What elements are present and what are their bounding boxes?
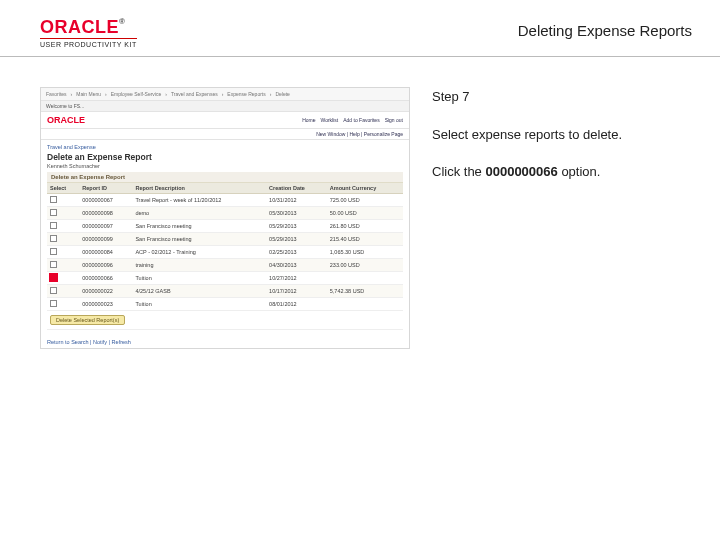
cell-desc: San Francisco meeting (132, 233, 266, 246)
cell-amt (327, 298, 403, 311)
cell-amt: 725.00 USD (327, 194, 403, 207)
bc-item: Delete (275, 91, 289, 97)
cell-report-id: 0000000097 (79, 220, 132, 233)
select-checkbox[interactable] (50, 222, 57, 229)
table-row: 0000000097San Francisco meeting05/29/201… (47, 220, 403, 233)
select-checkbox[interactable] (50, 300, 57, 307)
cell-desc: Travel Report - week of 11/20/2012 (132, 194, 266, 207)
table-row: 0000000023Tuition08/01/2012 (47, 298, 403, 311)
brand-tm: ® (119, 17, 125, 26)
col-desc: Report Description (132, 183, 266, 194)
upk-subbrand: USER PRODUCTIVITY KIT (40, 38, 137, 48)
app-logo: ORACLE (47, 115, 85, 125)
target-option: 0000000066 (485, 164, 557, 179)
window-actions: New Window | Help | Personalize Page (41, 129, 409, 140)
cell-report-id: 0000000098 (79, 207, 132, 220)
brand-text: ORACLE (40, 17, 119, 37)
select-checkbox[interactable] (50, 196, 57, 203)
cell-desc: San Francisco meeting (132, 220, 266, 233)
cell-report-id: 0000000023 (79, 298, 132, 311)
select-checkbox[interactable] (50, 261, 57, 268)
cell-report-id: 0000000067 (79, 194, 132, 207)
page-title: Delete an Expense Report (47, 152, 403, 162)
bc-item: Travel and Expenses (171, 91, 218, 97)
step-label: Step 7 (432, 87, 692, 107)
cell-amt: 50.00 USD (327, 207, 403, 220)
select-checkbox[interactable] (50, 248, 57, 255)
grid-section-header: Delete an Expense Report (47, 172, 403, 183)
browser-tab: Welcome to FS... (46, 103, 84, 109)
page-crumb[interactable]: Travel and Expense (47, 144, 403, 150)
table-row: 0000000066Tuition10/27/2012 (47, 272, 403, 285)
table-row: 0000000067Travel Report - week of 11/20/… (47, 194, 403, 207)
cell-desc: demo (132, 207, 266, 220)
table-row: 0000000099San Francisco meeting05/29/201… (47, 233, 403, 246)
instruction-line-2: Click the 0000000066 option. (432, 162, 692, 182)
cell-report-id: 0000000084 (79, 246, 132, 259)
browser-tab-row: Welcome to FS... (41, 101, 409, 112)
bc-item: Employee Self-Service (111, 91, 162, 97)
col-date: Creation Date (266, 183, 327, 194)
page-subtitle: Kenneth Schumacher (47, 163, 403, 169)
cell-date: 04/30/2013 (266, 259, 327, 272)
cell-desc: training (132, 259, 266, 272)
table-row: 0000000084ACP - 02/2012 - Training02/25/… (47, 246, 403, 259)
table-row: 0000000096training04/30/2013233.00 USD (47, 259, 403, 272)
cell-desc: ACP - 02/2012 - Training (132, 246, 266, 259)
page-footer-links[interactable]: Return to Search | Notify | Refresh (41, 336, 409, 348)
select-checkbox[interactable] (50, 287, 57, 294)
cell-amt: 233.00 USD (327, 259, 403, 272)
nav-link[interactable]: Worklist (321, 117, 339, 123)
nav-link[interactable]: Sign out (385, 117, 403, 123)
app-screenshot: Favorites› Main Menu› Employee Self-Serv… (40, 87, 410, 349)
expense-table: Select Report ID Report Description Crea… (47, 183, 403, 330)
document-title: Deleting Expense Reports (518, 18, 692, 39)
cell-desc: Tuition (132, 272, 266, 285)
cell-report-id: 0000000066 (79, 272, 132, 285)
table-row: 0000000098demo05/30/201350.00 USD (47, 207, 403, 220)
instruction-line-1: Select expense reports to delete. (432, 125, 692, 145)
bc-item: Favorites (46, 91, 67, 97)
table-row: 00000000224/25/12 GASB10/17/20125,742.38… (47, 285, 403, 298)
instruction-panel: Step 7 Select expense reports to delete.… (432, 87, 692, 349)
cell-date: 10/27/2012 (266, 272, 327, 285)
cell-date: 08/01/2012 (266, 298, 327, 311)
cell-amt: 1,065.30 USD (327, 246, 403, 259)
cell-desc: Tuition (132, 298, 266, 311)
cell-date: 05/30/2013 (266, 207, 327, 220)
select-checkbox[interactable] (50, 235, 57, 242)
col-select: Select (47, 183, 79, 194)
cell-amt (327, 272, 403, 285)
bc-item: Expense Reports (227, 91, 265, 97)
cell-date: 10/17/2012 (266, 285, 327, 298)
cell-date: 10/31/2012 (266, 194, 327, 207)
cell-amt: 261.80 USD (327, 220, 403, 233)
nav-link[interactable]: Home (302, 117, 315, 123)
cell-amt: 215.40 USD (327, 233, 403, 246)
cell-amt: 5,742.38 USD (327, 285, 403, 298)
breadcrumb-bar: Favorites› Main Menu› Employee Self-Serv… (41, 88, 409, 101)
delete-selected-button[interactable]: Delete Selected Report(s) (50, 315, 125, 325)
cell-desc: 4/25/12 GASB (132, 285, 266, 298)
select-checkbox[interactable] (50, 209, 57, 216)
cell-report-id: 0000000099 (79, 233, 132, 246)
col-report-id: Report ID (79, 183, 132, 194)
oracle-logo: ORACLE® USER PRODUCTIVITY KIT (40, 18, 137, 48)
cell-date: 05/29/2013 (266, 220, 327, 233)
col-amt: Amount Currency (327, 183, 403, 194)
nav-link[interactable]: Add to Favorites (343, 117, 379, 123)
cell-report-id: 0000000096 (79, 259, 132, 272)
bc-item: Main Menu (76, 91, 101, 97)
select-checkbox[interactable] (50, 274, 57, 281)
cell-report-id: 0000000022 (79, 285, 132, 298)
cell-date: 02/25/2013 (266, 246, 327, 259)
cell-date: 05/29/2013 (266, 233, 327, 246)
